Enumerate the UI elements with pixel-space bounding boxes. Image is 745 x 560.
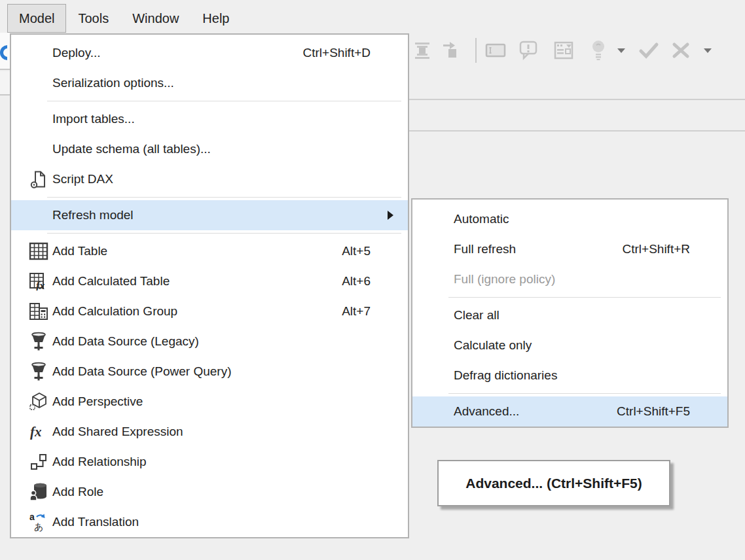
- menu-item-add-calculated-table[interactable]: fx Add Calculated Table Alt+6: [11, 266, 408, 296]
- menu-item-serialization-options[interactable]: Serialization options...: [11, 68, 408, 98]
- dropdown-caret[interactable]: [704, 48, 712, 53]
- table-icon: [28, 241, 49, 261]
- perspective-cube-icon: [28, 392, 49, 411]
- menu-item-add-table[interactable]: Add Table Alt+5: [11, 236, 408, 266]
- lightbulb-dropdown-caret[interactable]: [617, 48, 625, 53]
- svg-text:a: a: [29, 512, 35, 522]
- data-source-icon: [28, 332, 49, 351]
- toolbar-separator: [475, 38, 477, 63]
- menu-item-add-shared-expression[interactable]: fx Add Shared Expression: [11, 417, 408, 447]
- menu-item-refresh-model[interactable]: Refresh model: [11, 200, 408, 230]
- accept-check-icon[interactable]: [638, 41, 659, 60]
- menubar-item-tools[interactable]: Tools: [66, 4, 120, 33]
- menu-item-add-data-source-legacy[interactable]: Add Data Source (Legacy): [11, 326, 408, 357]
- submenu-item-clear-all[interactable]: Clear all: [412, 300, 727, 330]
- toolbar: [414, 38, 712, 63]
- submenu-item-full-ignore-policy[interactable]: Full (ignore policy): [412, 264, 727, 294]
- submenu-arrow-icon: [388, 211, 393, 220]
- relationship-icon: [28, 452, 49, 472]
- submenu-item-automatic[interactable]: Automatic: [412, 204, 727, 234]
- tooltip-advanced-shortcut: Advanced... (Ctrl+Shift+F5): [437, 460, 670, 506]
- submenu-item-defrag-dictionaries[interactable]: Defrag dictionaries: [412, 360, 727, 391]
- role-icon: [28, 482, 49, 502]
- menu-item-deploy[interactable]: Deploy... Ctrl+Shift+D: [11, 38, 408, 68]
- menu-item-add-relationship[interactable]: Add Relationship: [11, 447, 408, 477]
- menu-separator: [47, 233, 401, 234]
- textbox-icon[interactable]: [485, 42, 506, 59]
- menu-separator: [448, 297, 721, 298]
- left-panel-fragment-2: [0, 71, 10, 96]
- menu-item-add-role[interactable]: Add Role: [11, 477, 408, 507]
- lightbulb-icon[interactable]: [590, 39, 607, 61]
- script-dax-icon: [28, 169, 49, 189]
- menu-item-script-dax[interactable]: Script DAX: [11, 164, 408, 194]
- menubar-item-model[interactable]: Model: [7, 4, 66, 33]
- fx-icon: fx: [28, 422, 49, 442]
- svg-text:fx: fx: [30, 424, 42, 440]
- menubar: Model Tools Window Help: [7, 4, 241, 33]
- menubar-item-window[interactable]: Window: [120, 4, 191, 33]
- menu-item-add-data-source-power-query[interactable]: Add Data Source (Power Query): [11, 357, 408, 387]
- svg-text:fx: fx: [36, 280, 45, 290]
- process-import-icon[interactable]: [441, 41, 460, 60]
- hidden-toolbar-blue-icon: [0, 44, 7, 61]
- data-source-icon: [28, 362, 49, 381]
- submenu-item-full-refresh[interactable]: Full refresh Ctrl+Shift+R: [412, 234, 727, 264]
- cancel-cross-icon[interactable]: [671, 41, 691, 60]
- unprocess-icon[interactable]: [414, 41, 431, 60]
- refresh-model-submenu: Automatic Full refresh Ctrl+Shift+R Full…: [411, 198, 729, 428]
- submenu-item-advanced[interactable]: Advanced... Ctrl+Shift+F5: [412, 396, 727, 427]
- properties-form-icon[interactable]: [553, 41, 574, 60]
- panel-border-line: [409, 99, 745, 100]
- menu-item-add-calculation-group[interactable]: Add Calculation Group Alt+7: [11, 296, 408, 326]
- menubar-item-help[interactable]: Help: [191, 4, 241, 33]
- svg-text:あ: あ: [34, 521, 43, 532]
- calculated-table-icon: fx: [28, 271, 49, 291]
- menu-item-update-schema[interactable]: Update schema (all tables)...: [11, 134, 408, 164]
- menu-item-import-tables[interactable]: Import tables...: [11, 104, 408, 134]
- tooltip-text: Advanced... (Ctrl+Shift+F5): [465, 476, 642, 491]
- submenu-item-calculate-only[interactable]: Calculate only: [412, 330, 727, 360]
- menu-item-add-perspective[interactable]: Add Perspective: [11, 387, 408, 417]
- comment-warning-icon[interactable]: [518, 40, 539, 61]
- menu-item-add-translation[interactable]: a あ Add Translation: [11, 507, 408, 537]
- menu-separator: [47, 101, 401, 101]
- panel-border-line-2: [409, 130, 745, 131]
- menu-separator: [448, 393, 721, 394]
- translation-icon: a あ: [28, 512, 49, 532]
- menu-separator: [47, 197, 401, 198]
- model-menu: Deploy... Ctrl+Shift+D Serialization opt…: [10, 33, 409, 538]
- calculation-group-icon: [28, 302, 49, 321]
